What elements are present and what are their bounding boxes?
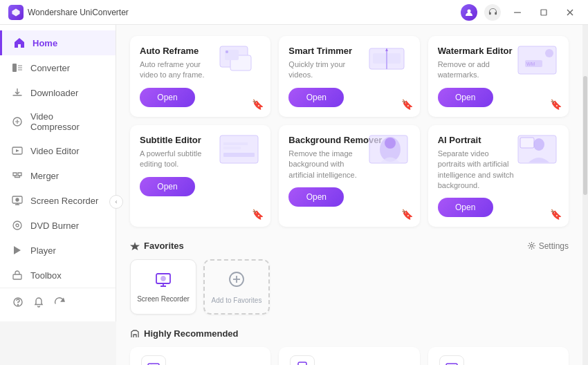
sidebar-item-home[interactable]: Home [0, 30, 116, 55]
logo-icon [8, 5, 24, 20]
svg-rect-33 [223, 142, 248, 145]
card-desc-subtitle-editor: A powerful subtitle editing tool. [140, 149, 219, 170]
fav-label-add-favorites: Add to Favorites [212, 297, 262, 304]
bookmark-icon-subtitle-editor: 🔖 [252, 209, 264, 220]
svg-point-37 [385, 138, 396, 149]
svg-point-22 [226, 50, 228, 53]
card-thumb-smart-trimmer [366, 43, 414, 84]
sidebar-collapse-button[interactable]: ‹ [109, 195, 123, 209]
sidebar-item-downloader[interactable]: Downloader [0, 80, 116, 105]
scrollbar-thumb[interactable] [583, 76, 587, 195]
sidebar-bottom [0, 288, 116, 316]
sidebar-item-video-compressor[interactable]: Video Compressor [0, 105, 116, 138]
svg-marker-0 [12, 8, 19, 16]
sidebar-label-converter: Converter [30, 63, 70, 73]
sidebar-label-screen-recorder: Screen Recorder [30, 196, 98, 206]
image-converter-icon-box [141, 355, 166, 365]
feature-cards-grid: Auto Reframe Auto reframe your video to … [130, 36, 569, 227]
rec-item-image-converter[interactable]: Image Converter [130, 347, 270, 365]
bookmark-icon-ai-portrait: 🔖 [550, 209, 562, 220]
open-button-watermark-editor[interactable]: Open [438, 88, 493, 107]
favorites-title: Favorites [130, 241, 184, 251]
video-editor-icon [11, 144, 24, 157]
sidebar-item-player[interactable]: Player [0, 238, 116, 263]
sidebar-label-dvd-burner: DVD Burner [30, 221, 79, 231]
notification-icon[interactable] [32, 295, 46, 309]
sidebar-label-toolbox: Toolbox [30, 270, 62, 281]
toolbox-icon [11, 269, 24, 281]
recommended-row: Image Converter Fix Media MetaData GIF G… [130, 347, 569, 365]
open-button-auto-reframe[interactable]: Open [140, 88, 195, 107]
sidebar-item-converter[interactable]: Converter [0, 55, 116, 80]
svg-marker-9 [16, 149, 19, 152]
card-desc-background-remover: Remove the image background with artific… [288, 149, 367, 180]
video-compressor-icon [11, 115, 24, 128]
card-thumb-background-remover [366, 132, 414, 174]
sidebar-nav: Home Converter Downloader [0, 25, 116, 321]
sidebar-label-player: Player [30, 245, 56, 256]
player-icon [11, 244, 24, 256]
favorites-section-header: Favorites Settings [130, 241, 569, 251]
fav-item-screen-recorder[interactable]: Screen Recorder [130, 259, 196, 315]
minimize-button[interactable] [508, 6, 527, 19]
favorites-row: Screen Recorder Add to Favorites [130, 259, 569, 315]
window-controls [461, 4, 580, 21]
sidebar-item-toolbox[interactable]: Toolbox [0, 263, 116, 288]
maximize-button[interactable] [534, 6, 553, 19]
svg-marker-14 [14, 246, 21, 254]
card-watermark-editor: Watermark Editor Remove or add watermark… [428, 36, 569, 117]
merger-icon [11, 169, 24, 182]
svg-rect-32 [223, 153, 255, 157]
card-desc-watermark-editor: Remove or add watermarks. [438, 59, 517, 81]
sidebar-item-merger[interactable]: Merger [0, 163, 116, 188]
sidebar-label-downloader: Downloader [30, 88, 78, 98]
downloader-icon [11, 86, 24, 99]
sidebar-item-screen-recorder[interactable]: Screen Recorder [0, 188, 116, 213]
open-button-smart-trimmer[interactable]: Open [288, 88, 344, 107]
svg-point-17 [18, 305, 19, 306]
rec-item-gif-maker[interactable]: GIF GIF Maker [428, 347, 569, 365]
open-button-ai-portrait[interactable]: Open [438, 198, 493, 217]
close-button[interactable] [560, 6, 580, 19]
screen-recorder-fav-icon [155, 271, 172, 291]
fav-item-add-favorites[interactable]: Add to Favorites [203, 259, 270, 315]
bookmark-icon-auto-reframe: 🔖 [252, 99, 264, 110]
refresh-icon[interactable] [53, 295, 66, 309]
sidebar-label-video-compressor: Video Compressor [30, 111, 104, 132]
card-subtitle-editor: Subtitle Editor A powerful subtitle edit… [130, 125, 270, 227]
support-button[interactable] [484, 4, 501, 21]
svg-rect-40 [520, 138, 534, 148]
recommended-section-header: Highly Recommended [130, 328, 569, 339]
sidebar-label-home: Home [33, 38, 57, 48]
sidebar-label-merger: Merger [30, 171, 59, 181]
sidebar-item-dvd-burner[interactable]: DVD Burner [0, 213, 116, 238]
home-icon [13, 37, 26, 49]
open-button-subtitle-editor[interactable]: Open [140, 177, 195, 196]
svg-point-43 [161, 277, 165, 281]
scrollbar-track[interactable] [582, 25, 588, 365]
card-desc-auto-reframe: Auto reframe your video to any frame. [140, 59, 219, 81]
svg-point-30 [545, 49, 553, 57]
help-icon[interactable] [11, 295, 25, 309]
svg-text:WM: WM [526, 62, 535, 66]
favorites-settings-button[interactable]: Settings [527, 241, 569, 251]
fav-label-screen-recorder: Screen Recorder [137, 295, 190, 303]
sidebar-label-video-editor: Video Editor [30, 146, 80, 156]
converter-icon [11, 62, 24, 74]
app-title: Wondershare UniConverter [28, 8, 129, 17]
user-avatar-button[interactable] [461, 4, 477, 21]
card-background-remover: Background Remover Remove the image back… [279, 125, 419, 227]
card-thumb-watermark-editor: WM [515, 43, 563, 84]
recommended-title: Highly Recommended [130, 328, 239, 339]
main-content: Auto Reframe Auto reframe your video to … [116, 25, 582, 365]
open-button-background-remover[interactable]: Open [288, 187, 344, 207]
card-thumb-ai-portrait [515, 132, 563, 174]
svg-rect-2 [514, 12, 521, 12]
rec-item-fix-media-metadata[interactable]: Fix Media MetaData [279, 347, 419, 365]
sidebar-item-video-editor[interactable]: Video Editor [0, 138, 116, 163]
svg-point-1 [468, 9, 471, 12]
card-auto-reframe: Auto Reframe Auto reframe your video to … [130, 36, 270, 117]
svg-rect-15 [13, 274, 21, 279]
svg-rect-34 [223, 147, 241, 149]
card-desc-ai-portrait: Separate video portraits with artificial… [438, 149, 517, 191]
